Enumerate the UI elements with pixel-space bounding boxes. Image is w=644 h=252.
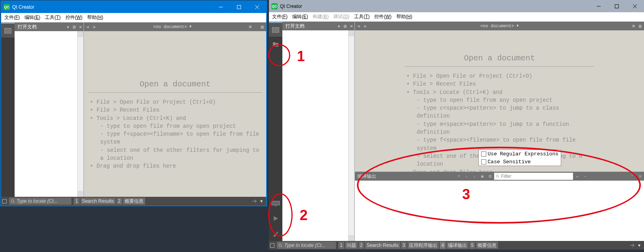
output-pane-number[interactable]: 1 bbox=[74, 198, 80, 205]
annotation-circle-2 bbox=[268, 193, 293, 237]
qtcreator-window-left: QC Qt Creator 文件(F)编辑(E)工具(T)控件(W)帮助(H) … bbox=[0, 0, 267, 206]
svg-point-2 bbox=[11, 200, 13, 202]
menu-item[interactable]: 工具(T) bbox=[352, 13, 372, 21]
forward-button[interactable]: ► bbox=[91, 24, 98, 29]
split-editor-icon[interactable]: ⊞ bbox=[259, 25, 266, 29]
back-button[interactable]: ◄ bbox=[355, 24, 362, 28]
annotation-ellipse-3 bbox=[357, 147, 641, 224]
output-pane-button[interactable]: 概要信息 bbox=[476, 242, 498, 249]
output-pane-number[interactable]: 4 bbox=[440, 242, 446, 249]
svg-rect-0 bbox=[237, 6, 241, 9]
output-pane-button[interactable]: 应用程序输出 bbox=[407, 242, 439, 249]
svg-rect-1 bbox=[5, 28, 11, 33]
mode-welcome[interactable] bbox=[1, 22, 15, 37]
close-tab-icon[interactable]: ✕ bbox=[630, 24, 637, 29]
minimize-button[interactable] bbox=[590, 0, 608, 12]
menu-item[interactable]: 工具(T) bbox=[43, 13, 63, 22]
next-issue-icon[interactable] bbox=[251, 198, 258, 204]
open-documents-pane: 打开文档 ▾ ⊞ ✕ bbox=[15, 22, 84, 197]
forward-button[interactable]: ► bbox=[362, 24, 369, 28]
output-pane-number[interactable]: 1 bbox=[338, 242, 344, 249]
dropdown-icon[interactable]: ▾ bbox=[65, 22, 71, 31]
output-pane-number[interactable]: 2 bbox=[116, 198, 122, 205]
locator-input[interactable]: Type to locate (Ct... bbox=[277, 242, 336, 249]
open-documents-list bbox=[15, 31, 84, 197]
output-pane-button[interactable]: 概要信息 bbox=[123, 198, 145, 205]
help-line: File > Recent Files bbox=[405, 80, 594, 88]
output-pane-number[interactable]: 2 bbox=[358, 242, 364, 249]
help-line: Tools > Locate (Ctrl+K) and bbox=[88, 114, 262, 122]
help-line: File > Open File or Project (Ctrl+O) bbox=[88, 98, 262, 106]
menu-item[interactable]: 控件(W) bbox=[372, 13, 394, 21]
output-pane-button[interactable]: 编译输出 bbox=[446, 242, 469, 249]
mode-welcome[interactable] bbox=[269, 22, 282, 37]
dropdown-icon[interactable]: ▾ bbox=[336, 22, 342, 30]
menu-item[interactable]: 编辑(E) bbox=[290, 13, 310, 21]
menu-item[interactable]: 控件(W) bbox=[63, 13, 85, 22]
statusbar: Type to locate (Ct... 1问题2Search Results… bbox=[269, 241, 644, 250]
split-editor-icon[interactable]: ⊞ bbox=[637, 24, 644, 28]
svg-rect-3 bbox=[615, 5, 619, 8]
split-icon[interactable]: ⊞ bbox=[71, 22, 77, 31]
rectangle-icon bbox=[272, 27, 279, 33]
back-button[interactable]: ◄ bbox=[84, 24, 91, 29]
scrollbar[interactable] bbox=[348, 30, 354, 241]
help-line: type to open file from any open project bbox=[88, 122, 262, 130]
svg-point-8 bbox=[279, 244, 281, 246]
search-icon bbox=[278, 243, 283, 248]
editor-pane: ◄ ► <no document>▼ ✕ ⊞ Open a document F… bbox=[84, 22, 266, 197]
annotation-label-1: 1 bbox=[297, 48, 305, 65]
rectangle-icon bbox=[4, 28, 11, 34]
open-documents-label: 打开文档 bbox=[15, 24, 40, 30]
help-title: Open a document bbox=[405, 52, 594, 64]
annotation-circle-1 bbox=[268, 44, 290, 66]
open-documents-pane: 打开文档 ▾ ⊞ ✕ bbox=[282, 22, 355, 241]
close-panes-icon[interactable]: ▾ bbox=[258, 198, 265, 204]
minimize-button[interactable] bbox=[212, 1, 230, 13]
scrollbar[interactable] bbox=[77, 31, 83, 197]
document-tab[interactable]: <no document>▼ bbox=[369, 24, 630, 28]
help-line: select one of the other filters for jump… bbox=[88, 146, 262, 162]
window-title: Qt Creator bbox=[280, 4, 302, 9]
mode-sidebar bbox=[1, 22, 15, 197]
output-pane-button[interactable]: Search Results bbox=[80, 198, 116, 205]
output-pane-button[interactable]: Search Results bbox=[365, 242, 400, 249]
help-line: type f<space><filename> to open file fro… bbox=[88, 130, 262, 146]
menu-item[interactable]: 帮助(H) bbox=[394, 13, 415, 21]
toggle-sidebar[interactable] bbox=[1, 199, 7, 203]
close-button[interactable] bbox=[248, 1, 266, 13]
menu-item: 构建(B) bbox=[310, 13, 331, 21]
close-pane-icon[interactable]: ✕ bbox=[348, 22, 355, 30]
annotation-label-3: 3 bbox=[462, 186, 470, 203]
maximize-button[interactable] bbox=[608, 0, 626, 12]
menu-item[interactable]: 编辑(E) bbox=[22, 13, 43, 22]
help-line: type c<space><pattern> to jump to a clas… bbox=[405, 104, 594, 120]
menu-item[interactable]: 帮助(H) bbox=[85, 13, 106, 22]
help-title: Open a document bbox=[88, 78, 262, 90]
close-button[interactable] bbox=[626, 0, 644, 12]
toggle-sidebar[interactable] bbox=[269, 243, 275, 248]
help-line: type m<space><pattern> to jump to a func… bbox=[405, 120, 594, 136]
output-pane-number[interactable]: 5 bbox=[469, 242, 475, 249]
help-line: Tools > Locate (Ctrl+K) and bbox=[405, 88, 594, 96]
locator-input[interactable]: Type to locate (Ct... bbox=[9, 198, 71, 205]
maximize-button[interactable] bbox=[230, 1, 248, 13]
open-documents-list bbox=[282, 30, 355, 241]
titlebar[interactable]: QC Qt Creator bbox=[269, 0, 644, 12]
open-documents-label: 打开文档 bbox=[282, 23, 308, 30]
split-icon[interactable]: ⊞ bbox=[342, 22, 348, 30]
menubar: 文件(F)编辑(E)工具(T)控件(W)帮助(H) bbox=[1, 13, 266, 22]
close-tab-icon[interactable]: ✕ bbox=[246, 24, 254, 30]
next-issue-icon[interactable] bbox=[629, 242, 635, 248]
output-pane-button[interactable]: 问题 bbox=[345, 242, 358, 249]
output-pane-number[interactable]: 3 bbox=[401, 242, 407, 249]
svg-rect-4 bbox=[273, 27, 279, 32]
progress-icon[interactable]: ▾ bbox=[636, 242, 642, 248]
app-icon: QC bbox=[4, 4, 10, 10]
menu-item[interactable]: 文件(F) bbox=[2, 13, 22, 22]
titlebar[interactable]: QC Qt Creator bbox=[1, 1, 266, 13]
help-line: File > Open File or Project (Ctrl+O) bbox=[405, 72, 594, 80]
close-pane-icon[interactable]: ✕ bbox=[77, 22, 84, 31]
menu-item[interactable]: 文件(F) bbox=[270, 13, 290, 21]
document-tab[interactable]: <no document>▼ bbox=[98, 24, 246, 29]
